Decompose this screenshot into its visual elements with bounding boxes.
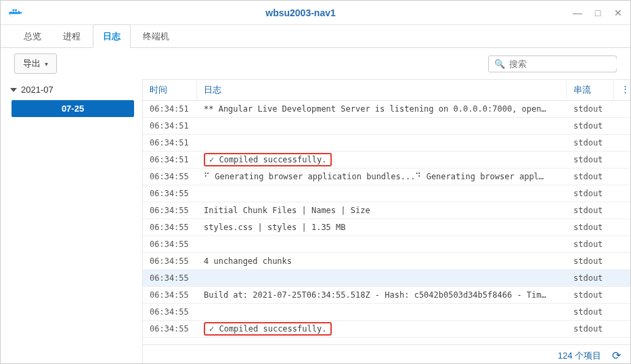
cell-time: 06:34:55	[143, 307, 197, 317]
refresh-button[interactable]: ⟳	[612, 349, 621, 362]
table-header: 时间 日志 串流 ⋮	[143, 79, 630, 101]
cell-stream: stdout	[567, 172, 614, 181]
expand-triangle-icon	[10, 88, 17, 92]
cell-stream: stdout	[567, 121, 614, 131]
table-row[interactable]: 06:34:51✓ Compiled successfully.stdout	[143, 152, 630, 168]
cell-stream: stdout	[567, 206, 614, 215]
cell-time: 06:34:51	[143, 104, 197, 114]
docker-whale-icon	[7, 5, 24, 21]
cell-stream: stdout	[567, 189, 614, 198]
cell-time: 06:34:55	[143, 290, 197, 300]
search-icon: 🔍	[494, 59, 505, 69]
cell-stream: stdout	[567, 240, 614, 249]
cell-time: 06:34:51	[143, 155, 197, 164]
cell-stream: stdout	[567, 290, 614, 300]
cell-time: 06:34:55	[143, 223, 197, 232]
cell-log: styles.css | styles | 1.35 MB	[197, 223, 567, 232]
tab-process[interactable]: 进程	[53, 25, 90, 47]
table-row[interactable]: 06:34:55stdout	[143, 270, 630, 287]
cell-log: ✓ Compiled successfully.	[197, 153, 567, 166]
cell-stream: stdout	[567, 155, 614, 164]
maximize-button[interactable]: □	[592, 7, 603, 18]
content-area: 2021-07 07-25 时间 日志 串流 ⋮ 06:34:51** Angu…	[1, 79, 630, 364]
cell-stream: stdout	[567, 307, 614, 317]
item-count: 124 个项目	[558, 350, 601, 362]
sidebar-month-label: 2021-07	[21, 85, 53, 95]
export-label: 导出	[23, 58, 41, 70]
close-button[interactable]: ✕	[613, 7, 624, 18]
cell-log: 4 unchanged chunks	[197, 256, 567, 266]
table-row[interactable]: 06:34:55⠋ Generating browser application…	[143, 168, 630, 185]
cell-log: ✓ Compiled successfully.	[197, 322, 567, 336]
cell-time: 06:34:55	[143, 189, 197, 198]
table-row[interactable]: 06:34:55stdout	[143, 185, 630, 202]
table-body: 06:34:51** Angular Live Development Serv…	[143, 101, 630, 344]
titlebar: wbsu2003-nav1 — □ ✕	[1, 1, 630, 25]
table-row[interactable]: 06:34:51** Angular Live Development Serv…	[143, 101, 630, 118]
table-row[interactable]: 06:34:55✓ Compiled successfully.stdout	[143, 321, 630, 338]
cell-stream: stdout	[567, 256, 614, 266]
cell-time: 06:34:55	[143, 206, 197, 215]
search-input[interactable]	[509, 59, 623, 69]
col-header-stream[interactable]: 串流	[567, 80, 614, 100]
log-panel: 时间 日志 串流 ⋮ 06:34:51** Angular Live Devel…	[143, 79, 630, 364]
cell-time: 06:34:55	[143, 240, 197, 249]
table-row[interactable]: 06:34:55stdout	[143, 304, 630, 321]
date-sidebar: 2021-07 07-25	[1, 79, 143, 364]
cell-stream: stdout	[567, 273, 614, 283]
cell-stream: stdout	[567, 104, 614, 114]
cell-time: 06:34:55	[143, 324, 197, 334]
cell-log: Initial Chunk Files | Names | Size	[197, 206, 567, 215]
col-header-log[interactable]: 日志	[197, 80, 567, 100]
table-row[interactable]: 06:34:55Build at: 2021-07-25T06:34:55.51…	[143, 287, 630, 304]
highlight-box: ✓ Compiled successfully.	[204, 153, 332, 166]
tab-logs[interactable]: 日志	[93, 24, 131, 48]
sidebar-day-selected[interactable]: 07-25	[12, 100, 134, 117]
highlight-box: ✓ Compiled successfully.	[204, 322, 332, 336]
table-row[interactable]: 06:34:554 unchanged chunksstdout	[143, 253, 630, 270]
sidebar-month[interactable]: 2021-07	[9, 82, 134, 97]
table-row[interactable]: 06:34:55stdout	[143, 236, 630, 253]
cell-log: ⠋ Generating browser application bundles…	[197, 172, 567, 181]
cell-time: 06:34:51	[143, 138, 197, 147]
cell-time: 06:34:51	[143, 121, 197, 131]
export-button[interactable]: 导出 ▾	[14, 53, 57, 74]
search-box[interactable]: 🔍	[488, 55, 617, 72]
table-row[interactable]: 06:34:55Initial Chunk Files | Names | Si…	[143, 202, 630, 219]
col-header-time[interactable]: 时间	[143, 80, 197, 100]
col-header-menu[interactable]: ⋮	[614, 80, 630, 100]
table-row[interactable]: 06:34:51stdout	[143, 135, 630, 152]
tab-terminal[interactable]: 终端机	[133, 25, 179, 47]
table-row[interactable]: 06:34:55styles.css | styles | 1.35 MBstd…	[143, 219, 630, 236]
cell-stream: stdout	[567, 324, 614, 334]
tab-overview[interactable]: 总览	[14, 25, 51, 47]
cell-stream: stdout	[567, 223, 614, 232]
status-bar: 124 个项目 ⟳	[143, 344, 630, 364]
cell-time: 06:34:55	[143, 172, 197, 181]
toolbar: 导出 ▾ 🔍	[1, 48, 630, 79]
cell-stream: stdout	[567, 138, 614, 147]
minimize-button[interactable]: —	[572, 7, 583, 18]
cell-time: 06:34:55	[143, 256, 197, 266]
window-controls: — □ ✕	[572, 7, 624, 18]
svg-rect-4	[15, 9, 17, 11]
tab-bar: 总览 进程 日志 终端机	[1, 25, 630, 48]
cell-time: 06:34:55	[143, 273, 197, 283]
cell-log: ** Angular Live Development Server is li…	[197, 104, 567, 114]
window-title: wbsu2003-nav1	[29, 7, 572, 18]
table-row[interactable]: 06:34:51stdout	[143, 118, 630, 135]
svg-rect-3	[13, 9, 15, 11]
chevron-down-icon: ▾	[45, 60, 48, 68]
cell-log: Build at: 2021-07-25T06:34:55.518Z - Has…	[197, 290, 567, 300]
